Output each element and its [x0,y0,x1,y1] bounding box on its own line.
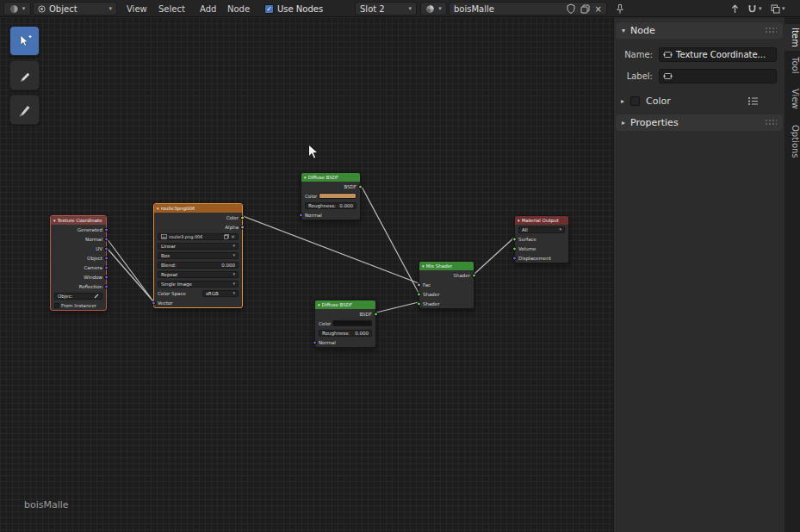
fake-user-shield-icon[interactable] [567,3,575,14]
node-diffuse-bsdf-bottom[interactable]: ▾ Diffuse BSDF BSDF Color Roughness: 0.0… [314,300,376,348]
menu-select[interactable]: Select [154,2,189,15]
use-nodes-toggle[interactable]: ✓ Use Nodes [264,2,323,15]
tab-tool[interactable]: Tool [784,53,800,77]
tab-item[interactable]: Item [784,24,800,51]
output-row: Reflection [51,281,106,291]
node-header[interactable]: ▾ Texture Coordinate [51,216,106,225]
node-image-texture[interactable]: ▾ roulie3png006 Color Alpha roulie3.png.… [153,203,243,308]
menu-add[interactable]: Add [195,2,220,15]
output-label: BSDF [344,184,357,189]
cut-links-tool-button[interactable] [9,95,40,125]
output-label: Shader [454,273,470,278]
collapse-icon[interactable]: ▾ [157,207,159,211]
unlink-image-icon[interactable]: × [231,234,235,239]
socket-camera[interactable] [104,265,109,269]
roughness-slider[interactable]: Roughness: 0.000 [319,330,372,337]
object-picker-field[interactable]: Objec: [54,293,102,300]
socket-normal-input[interactable] [299,213,303,217]
roughness-slider[interactable]: Roughness: 0.000 [305,202,357,209]
extension-dropdown[interactable]: Repeat ▾ [158,271,239,278]
panel-grip-handle[interactable] [765,119,777,127]
snap-control[interactable]: ▾ [747,2,762,15]
browse-material-button[interactable]: ▾ [420,2,447,15]
menu-node[interactable]: Node [223,2,254,15]
copy-image-icon[interactable] [224,234,229,239]
socket-bsdf[interactable] [374,312,378,316]
select-tool-button[interactable] [9,26,40,56]
properties-panel-header[interactable]: ▸ Properties [616,114,783,131]
socket-color[interactable] [240,215,245,220]
from-instancer-checkbox[interactable] [54,303,59,308]
socket-displacement[interactable] [512,256,517,260]
collapse-icon[interactable]: ▾ [318,303,320,307]
socket-shader1[interactable] [417,292,421,296]
triangle-down-icon: ▾ [622,28,625,34]
roughness-value: 0.000 [355,331,369,336]
socket-alpha[interactable] [240,225,245,229]
colorspace-dropdown[interactable]: sRGB ▾ [202,290,239,297]
color-swatch[interactable] [319,193,357,199]
node-mix-shader[interactable]: ▾ Mix Shader Shader Fac Shader Shader [419,261,474,309]
node-panel-header[interactable]: ▾ Node [616,22,783,39]
socket-surface[interactable] [512,237,517,241]
transform-arrow-icon[interactable] [728,2,741,15]
socket-object[interactable] [104,256,109,260]
collapse-icon[interactable]: ▾ [304,176,307,180]
node-name-field[interactable]: Texture Coordinate... [659,47,777,62]
node-diffuse-bsdf-top[interactable]: ▾ Diffuse BSDF BSDF Color Roughness: 0.0… [301,172,361,220]
target-dropdown[interactable]: All ▾ [518,226,565,233]
socket-normal[interactable] [104,237,109,241]
socket-normal-input[interactable] [313,340,317,344]
node-title: Diffuse BSDF [322,302,353,307]
menu-view[interactable]: View [122,2,152,15]
node-material-output[interactable]: ▾ Material Output All ▾ Surface Volume D… [514,215,569,263]
unlink-close-icon[interactable]: × [595,4,602,14]
source-dropdown[interactable]: Single Image ▾ [158,281,239,288]
blend-slider[interactable]: Blend: 0.000 [158,262,239,269]
triangle-right-icon: ▸ [621,98,624,105]
eyedropper-icon[interactable] [94,294,99,299]
pin-icon[interactable] [613,2,627,15]
node-header[interactable]: ▾ Diffuse BSDF [315,300,375,309]
tab-view[interactable]: View [784,85,800,113]
socket-reflection[interactable] [104,284,109,288]
use-nodes-checkbox[interactable]: ✓ [264,4,274,14]
collapse-icon[interactable]: ▾ [422,264,425,269]
panel-grip-handle[interactable] [765,27,777,34]
material-name-field[interactable]: boisMalle × [449,2,607,15]
node-header[interactable]: ▾ Material Output [515,216,568,225]
socket-shader2[interactable] [417,301,421,306]
image-datablock-field[interactable]: roulie3.png.006 × [158,233,239,240]
socket-uv[interactable] [104,246,109,251]
annotate-tool-button[interactable] [9,60,40,90]
socket-window[interactable] [104,275,109,279]
interpolation-dropdown[interactable]: Linear ▾ [158,243,239,250]
tab-options[interactable]: Options [784,121,800,162]
socket-fac[interactable] [417,282,421,287]
collapse-icon[interactable]: ▾ [53,219,56,223]
projection-dropdown[interactable]: Box ▾ [158,252,239,259]
socket-generated[interactable] [104,227,109,232]
collapse-icon[interactable]: ▾ [518,219,520,223]
color-swatch[interactable] [332,320,372,326]
node-header[interactable]: ▾ roulie3png006 [154,204,242,213]
overlays-control[interactable]: ▾ [770,2,785,15]
color-subpanel-row[interactable]: ▸ Color [614,93,784,109]
socket-vector[interactable] [152,300,156,305]
color-checkbox[interactable] [630,96,640,106]
chevron-down-icon: ▾ [233,281,235,286]
socket-volume[interactable] [512,246,517,251]
node-header[interactable]: ▾ Mix Shader [419,262,474,270]
node-header[interactable]: ▾ Diffuse BSDF [301,173,360,182]
node-texture-coordinate[interactable]: ▾ Texture Coordinate Generated Normal UV… [50,215,107,311]
editor-type-button[interactable]: ▾ [3,2,31,15]
socket-shader-out[interactable] [472,273,476,277]
new-material-copy-icon[interactable] [580,4,590,14]
slot-dropdown[interactable]: Slot 2 ▾ [355,2,417,15]
node-label-field[interactable] [659,69,777,84]
node-editor-canvas[interactable]: ▾ Texture Coordinate Generated Normal UV… [0,17,613,532]
socket-bsdf[interactable] [358,184,363,189]
chevron-down-icon: ▾ [408,6,412,12]
shader-type-dropdown[interactable]: Object ▾ [33,2,117,15]
presets-list-icon[interactable] [747,96,759,106]
